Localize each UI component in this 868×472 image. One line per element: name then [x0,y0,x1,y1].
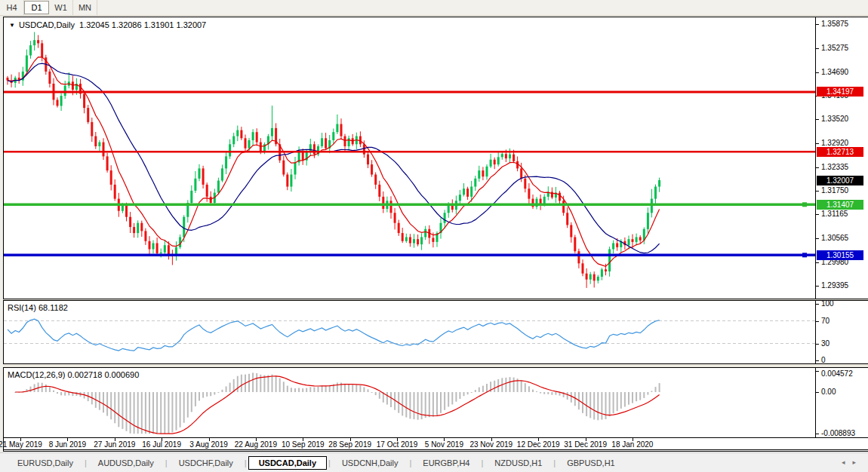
axis-tick [816,321,819,322]
terminal-screen: H4D1W1MN ▼USDCAD,Daily 1.32045 1.32086 1… [0,0,868,472]
tab-eurusd-daily[interactable]: EURUSD,Daily [8,456,83,470]
chart-tab-bar: EURUSD,Daily|AUDUSD,Daily|USDCHF,Daily|U… [0,452,868,472]
rsi-label: RSI(14) 68.1182 [8,303,68,312]
date-tick-label: 17 Oct 2019 [377,440,417,449]
chart-window[interactable]: ▼USDCAD,Daily 1.32045 1.32086 1.31901 1.… [3,17,868,452]
date-tick-label: 3 Aug 2019 [189,440,228,449]
date-tick-label: 12 Dec 2019 [517,440,560,449]
price-tick-label: 1.30565 [821,234,848,242]
tab-separator: | [481,458,483,467]
date-tick-label: 23 Nov 2019 [469,440,512,449]
date-tick-label: 16 Jul 2019 [142,440,181,449]
price-tick-label: 1.31165 [821,210,848,218]
axis-tick [816,392,819,393]
price-tick-label: 1.29395 [821,281,848,290]
rsi-tick-label: 70 [821,317,830,325]
macd-tick-label: 0.00 [821,388,836,396]
date-tick-label: 31 Dec 2019 [564,440,607,449]
date-tick-label: 18 Jan 2020 [611,440,653,449]
axis-tick [816,304,819,305]
chart-symbol: USDCAD,Daily [19,20,75,29]
main-chart-canvas[interactable] [4,17,815,299]
axis-tick [816,238,819,239]
date-tick-label: 22 Aug 2019 [235,440,277,449]
chart-ohlc-values: 1.32045 1.32086 1.31901 1.32007 [79,20,206,29]
date-tick-label: 8 Jun 2019 [49,440,87,449]
axis-tick [816,262,819,263]
rsi-tick-label: 30 [821,339,830,348]
hline-price-badge: 1.30155 [817,250,863,260]
chart-title: ▼USDCAD,Daily 1.32045 1.32086 1.31901 1.… [9,20,206,29]
tab-usdcnh-daily[interactable]: USDCNH,Daily [332,456,408,470]
axis-tick [816,48,819,49]
tab-separator: | [85,458,87,467]
axis-tick [816,167,819,168]
price-tick-label: 1.33520 [821,115,848,123]
current-price-badge: 1.32007 [817,176,863,185]
axis-tick [816,143,819,144]
tab-separator: | [553,458,556,467]
tab-audusd-daily[interactable]: AUDUSD,Daily [88,456,164,470]
price-axis-frame [815,17,816,437]
hline-price-badge: 1.31407 [817,200,863,210]
macd-label: MACD(12,26,9) 0.002718 0.000690 [8,370,139,379]
date-tick-label: 5 Nov 2019 [425,440,463,449]
date-tick-label: 28 Sep 2019 [328,440,371,449]
axis-tick [816,434,819,434]
price-tick-label: 1.34690 [821,68,848,76]
price-tick-label: 1.32920 [821,139,848,147]
chart-dropdown-icon[interactable]: ▼ [9,22,15,29]
price-tick-label: 1.35875 [821,20,848,28]
rsi-tick-label: 0 [821,356,826,364]
timeframe-button-w1[interactable]: W1 [49,0,73,15]
axis-tick [816,72,819,73]
tab-separator: | [245,458,247,467]
price-tick-label: 1.35275 [821,44,848,52]
tab-scroll-right-icon[interactable]: ▸ [852,458,863,466]
axis-tick [816,191,819,192]
macd-tick-label: -0.008893 [821,429,855,437]
timeframe-toolbar: H4D1W1MN [0,0,868,16]
axis-tick [816,360,819,361]
chart-tabs: EURUSD,Daily|AUDUSD,Daily|USDCHF,Daily|U… [8,456,625,470]
timeframe-button-d1[interactable]: D1 [24,1,49,14]
date-tick-label: 27 Jun 2019 [94,440,135,449]
timeframe-button-h4[interactable]: H4 [0,0,24,15]
axis-tick [816,119,819,120]
price-tick-label: 1.31750 [821,186,848,195]
axis-tick [816,214,819,215]
axis-tick [816,24,819,25]
price-tick-label: 1.32335 [821,163,848,171]
window-frame-bottom-outer [3,449,868,450]
tab-separator: | [165,458,168,467]
date-tick-label: 21 May 2019 [0,440,42,449]
hline-price-badge: 1.32713 [817,147,863,157]
axis-tick [816,286,819,287]
timeframe-button-mn[interactable]: MN [73,0,97,15]
axis-tick [816,371,819,372]
macd-tick-label: 0.004572 [821,369,853,378]
tab-usdchf-daily[interactable]: USDCHF,Daily [169,456,243,470]
tab-gbpusd-h1[interactable]: GBPUSD,H1 [557,456,625,470]
tab-scroll-arrows: ◂▸ [842,458,863,466]
rsi-canvas[interactable] [4,301,815,363]
hline-price-badge: 1.34197 [817,87,863,97]
tab-usdcad-daily[interactable]: USDCAD,Daily [248,456,327,470]
tab-separator: | [328,458,331,467]
date-tick-label: 10 Sep 2019 [282,440,325,449]
tab-scroll-left-icon[interactable]: ◂ [842,458,853,466]
window-frame-bottom-inner [3,451,868,452]
tab-separator: | [409,458,411,467]
tab-eurgbp-h4[interactable]: EURGBP,H4 [413,456,479,470]
rsi-tick-label: 100 [821,299,834,308]
tab-nzdusd-h1[interactable]: NZDUSD,H1 [485,456,552,470]
macd-panel-bottom-frame [3,437,868,438]
axis-tick [816,344,819,345]
